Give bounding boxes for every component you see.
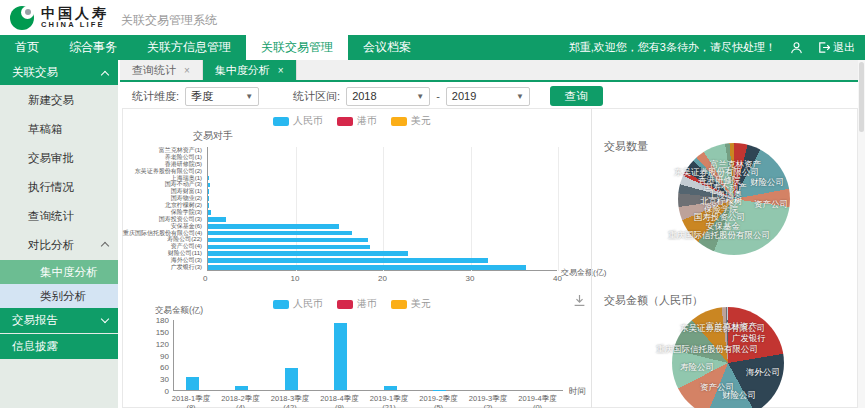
nav-item-关联交易管理[interactable]: 关联交易管理	[246, 35, 348, 60]
chevron-down-icon: ▼	[245, 92, 253, 101]
legend-item-美元[interactable]: 美元	[391, 114, 431, 128]
vbar-bar-2018-1季度[interactable]	[186, 377, 199, 390]
close-icon[interactable]: ×	[278, 65, 284, 76]
hbar-bar-国寿物业(2)[interactable]	[208, 196, 209, 201]
legend-swatch	[337, 300, 353, 309]
hbar-category-labels: 富兰克林资产(1)养老险公司(1)香港研修院(5)东吴证券股份有限公司(2)上海…	[123, 147, 205, 271]
legend-swatch	[273, 300, 289, 309]
hbar-bar-财险公司(11)[interactable]	[208, 251, 408, 256]
range-to-value: 2019	[452, 90, 476, 102]
sidebar-item-交易报告[interactable]: 交易报告	[0, 308, 118, 333]
vbar-bar-2018-2季度[interactable]	[235, 386, 248, 390]
hbar-bar-上海瑞奥(1)[interactable]	[208, 176, 209, 181]
sidebar-item-信息披露[interactable]: 信息披露	[0, 334, 118, 359]
hbar-bar-安保基金(6)[interactable]	[208, 224, 339, 229]
hbar-bar-国寿财富(1)[interactable]	[208, 189, 209, 194]
sidebar-item-交易审批[interactable]: 交易审批	[0, 144, 118, 173]
nav-item-综合事务[interactable]: 综合事务	[54, 35, 132, 60]
chevron-down-icon: ▼	[516, 92, 524, 101]
dimension-select[interactable]: 季度▼	[185, 87, 259, 106]
hbar-bar-寿险公司(22)[interactable]	[208, 238, 368, 243]
tab-label: 查询统计	[132, 63, 176, 78]
sidebar-item-查询统计[interactable]: 查询统计	[0, 202, 118, 231]
vbar-bar-2018-3季度[interactable]	[285, 368, 298, 390]
nav-item-会议档案[interactable]: 会议档案	[348, 35, 426, 60]
legend-item-港币[interactable]: 港币	[337, 297, 377, 311]
hbar-bar-国寿投资公司(3)[interactable]	[208, 217, 226, 222]
range-from-select[interactable]: 2018▼	[346, 87, 430, 106]
sidebar-item-对比分析[interactable]: 对比分析	[0, 231, 118, 260]
sidebar-item-执行情况[interactable]: 执行情况	[0, 173, 118, 202]
vbar-xlabel: 时间	[569, 386, 586, 398]
vbar-bar-2019-1季度[interactable]	[384, 386, 397, 390]
chinalife-logo-icon	[10, 6, 34, 30]
pie-chart-transaction-amount[interactable]: 东吴证券股份有限公司富兰克林资产广发银行重庆国际信托股份有限公司寿险公司资产公司…	[672, 307, 784, 408]
sidebar-item-关联交易[interactable]: 关联交易	[0, 60, 118, 85]
search-button[interactable]: 查询	[550, 86, 603, 106]
pie-label-重庆国际信托股份有限公司: 重庆国际信托股份有限公司	[656, 344, 758, 356]
vbar-ytick: 90	[149, 352, 169, 361]
gridline	[558, 147, 559, 271]
nav-item-关联方信息管理[interactable]: 关联方信息管理	[132, 35, 246, 60]
legend-item-美元[interactable]: 美元	[391, 297, 431, 311]
filter-bar: 统计维度: 季度▼ 统计区间: 2018▼ - 2019▼ 查询	[120, 84, 865, 108]
hbar-bar-重庆国际信托股份有限公司(4)[interactable]	[208, 231, 352, 236]
hbar-category: 养老险公司(1)	[123, 154, 205, 161]
charts-panel: 人民币港币美元 交易对手 富兰克林资产(1)养老险公司(1)香港研修院(5)东吴…	[122, 108, 858, 408]
pie-chart-transaction-count[interactable]: 富兰克林资产东吴证券股份有限公司香港研修院国寿不动产上海瑞奥北京柠檬树保险学院国…	[678, 143, 790, 255]
user-icon[interactable]	[790, 41, 803, 54]
logout-button[interactable]: 退出	[817, 40, 855, 55]
vbar-category: 2018-3季度(42)	[262, 394, 318, 408]
sidebar-item-集中度分析[interactable]: 集中度分析	[0, 260, 118, 284]
vbar-legend: 人民币港币美元	[273, 297, 431, 311]
hbar-category: 北京柠檬树(2)	[123, 202, 205, 209]
hbar-bar-国寿不动产(3)[interactable]	[208, 183, 210, 188]
tab-label: 集中度分析	[215, 63, 270, 78]
hbar-category: 香港研修院(5)	[123, 161, 205, 168]
close-icon[interactable]: ×	[184, 65, 190, 76]
hbar-bar-保险学院(3)[interactable]	[208, 210, 211, 215]
logout-label: 退出	[833, 40, 855, 55]
sidebar-item-类别分析[interactable]: 类别分析	[0, 284, 118, 308]
download-chart-button[interactable]	[573, 293, 586, 311]
app-window: 中国人寿 CHINA LIFE 关联交易管理系统 首页综合事务关联方信息管理关联…	[0, 0, 865, 408]
vbar-bar-2018-4季度[interactable]	[334, 323, 347, 390]
hbar-bar-广发银行(3)[interactable]	[208, 265, 526, 270]
brand: 中国人寿 CHINA LIFE	[41, 6, 109, 29]
pie-label-重庆国际信托股份有限公司: 重庆国际信托股份有限公司	[668, 230, 770, 242]
nav-item-首页[interactable]: 首页	[0, 35, 54, 60]
scrollbar[interactable]	[858, 60, 865, 408]
pie2-title: 交易金额（人民币）	[604, 293, 703, 308]
vbar-category: 2019-1季度(21)	[361, 394, 417, 408]
chevron-up-icon	[101, 71, 109, 79]
hbar-bar-北京柠檬树(2)[interactable]	[208, 203, 209, 208]
legend-item-港币[interactable]: 港币	[337, 114, 377, 128]
range-to-select[interactable]: 2019▼	[446, 87, 530, 106]
tab-查询统计[interactable]: 查询统计×	[120, 60, 203, 80]
app-header: 中国人寿 CHINA LIFE 关联交易管理系统	[0, 0, 865, 35]
sidebar-item-草稿箱[interactable]: 草稿箱	[0, 115, 118, 144]
legend-item-人民币[interactable]: 人民币	[273, 114, 323, 128]
sidebar-item-新建交易[interactable]: 新建交易	[0, 86, 118, 115]
pie-label-资产公司: 资产公司	[754, 199, 788, 211]
nav-items: 首页综合事务关联方信息管理关联交易管理会议档案	[0, 35, 426, 60]
hbar-category: 广发银行(3)	[123, 264, 205, 271]
tab-bar: 查询统计×集中度分析×	[120, 60, 865, 82]
hbar-category: 安保基金(6)	[123, 223, 205, 230]
hbar-category: 保险学院(3)	[123, 209, 205, 216]
pie-label-富兰克林资产: 富兰克林资产	[706, 321, 757, 333]
download-icon	[573, 294, 586, 307]
pie1-title: 交易数量	[604, 139, 648, 154]
hbar-bar-资产公司(4)[interactable]	[208, 245, 370, 250]
tab-集中度分析[interactable]: 集中度分析×	[203, 60, 297, 80]
vbar-ytick: 180	[149, 316, 169, 325]
legend-swatch	[273, 117, 289, 126]
scrollbar-thumb[interactable]	[859, 62, 864, 132]
legend-item-人民币[interactable]: 人民币	[273, 297, 323, 311]
hbar-bar-海外公司(3)[interactable]	[208, 258, 488, 263]
hbar-category: 国寿投资公司(3)	[123, 216, 205, 223]
brand-en: CHINA LIFE	[41, 21, 109, 29]
hbar-category: 富兰克林资产(1)	[123, 147, 205, 154]
top-nav: 首页综合事务关联方信息管理关联交易管理会议档案 郑重,欢迎您，您有3条待办，请尽…	[0, 35, 865, 60]
bar-charts-panel: 人民币港币美元 交易对手 富兰克林资产(1)养老险公司(1)香港研修院(5)东吴…	[123, 109, 591, 408]
